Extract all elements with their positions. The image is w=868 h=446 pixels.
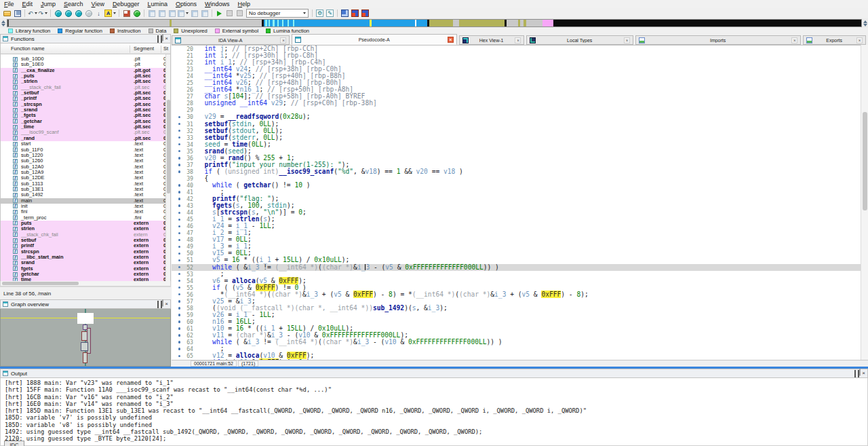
tab-close-icon[interactable]: × (624, 37, 630, 43)
breakpoint-button-2[interactable] (361, 9, 370, 18)
breakpoint-button-1[interactable] (351, 9, 359, 18)
pseudocode-line-63[interactable]: 63 while ( &i_3 != (__int64 *)((char *)&… (172, 339, 861, 346)
output-panel-title-bar[interactable]: Output × (0, 369, 868, 378)
close-button[interactable]: × (165, 36, 168, 41)
tab-close-icon[interactable]: × (280, 37, 286, 43)
close-button[interactable]: × (862, 371, 865, 376)
debugger-tool-6[interactable] (200, 9, 209, 18)
tab-imports[interactable]: Imports× (635, 35, 801, 45)
pseudocode-line-40[interactable]: 40 while ( getchar() != 10 ) (172, 182, 861, 189)
navband-segment (507, 20, 518, 27)
pseudocode-line-52[interactable]: 52 while ( &i_3 != (__int64 *)((char *)&… (172, 264, 861, 271)
debugger-selector-value: No debugger (249, 10, 280, 16)
pseudocode-line-47[interactable]: 47 i_2 = i_1; (172, 229, 861, 236)
pseudocode-line-46[interactable]: 46 v24 = i_1 - 1LL; (172, 223, 861, 229)
navband-track[interactable] (7, 19, 862, 27)
menu-file[interactable]: File (0, 0, 18, 8)
tab-exports[interactable]: Exports× (803, 35, 866, 45)
nav-button-4[interactable] (84, 9, 93, 18)
lumina-button[interactable] (132, 9, 141, 18)
debugger-tool-4[interactable] (178, 9, 189, 18)
functions-list[interactable]: sub_10D0.plt0sub_10E0.plt0__cxa_finalize… (0, 54, 171, 281)
pseudocode-line-38[interactable]: 38 if ( (unsigned int)__isoc99_scanf("%d… (172, 168, 861, 175)
attach-button[interactable]: ⚙ (315, 9, 324, 18)
float-button[interactable] (161, 301, 163, 308)
float-button[interactable] (161, 36, 163, 42)
menu-debugger[interactable]: Debugger (108, 0, 144, 8)
tab-close-icon[interactable]: × (856, 37, 863, 43)
column-start[interactable]: St (163, 45, 168, 52)
open-file-button[interactable] (3, 9, 12, 18)
functions-title-bar[interactable]: Functions × (0, 34, 171, 43)
tab-close-icon[interactable]: × (515, 37, 521, 43)
tab-close-icon[interactable]: × (791, 37, 797, 43)
pseudocode-view[interactable]: 20 int j; // [rsp+2Ch] [rbp-CCh]21 int i… (172, 45, 861, 360)
maximize-button[interactable] (854, 371, 856, 377)
pseudocode-line-33[interactable]: 33 setbuf(stderr, 0LL); (172, 134, 861, 141)
menu-edit[interactable]: Edit (18, 0, 37, 8)
pseudocode-scrollbar[interactable] (861, 45, 868, 360)
legend-color-swatch (149, 29, 153, 33)
navband-right-arrows[interactable] (863, 19, 868, 27)
close-button[interactable]: × (165, 301, 168, 307)
menu-help[interactable]: Help (234, 0, 255, 8)
pseudocode-line-34[interactable]: 34 seed = time(0LL); (172, 141, 861, 148)
pseudocode-line-48[interactable]: 48 v17 = 0LL; (172, 236, 861, 243)
line-number: 28 (180, 100, 193, 107)
scrollbar-thumb[interactable] (167, 100, 170, 193)
debugger-tool-1[interactable] (147, 9, 156, 18)
debugger-icon (169, 10, 176, 17)
pause-process-button[interactable] (225, 9, 234, 18)
functions-horizontal-scrollbar[interactable] (0, 281, 171, 286)
navigation-band[interactable] (0, 18, 868, 28)
jump-forward-button[interactable]: ↷ (39, 9, 48, 18)
tab-pseudocode-a[interactable]: Pseudocode-A× (292, 34, 456, 45)
chart-button[interactable] (122, 9, 131, 18)
pseudocode-line-59[interactable]: 59 v26 = i_1 - 1LL; (172, 312, 861, 318)
debugger-tool-2[interactable] (157, 9, 166, 18)
functions-vertical-scrollbar[interactable] (165, 54, 170, 281)
save-button[interactable] (13, 9, 22, 18)
menu-windows[interactable]: Windows (201, 0, 234, 8)
navband-left-arrows[interactable] (1, 19, 6, 27)
menu-view[interactable]: View (87, 0, 108, 8)
idc-button[interactable]: IDC (4, 441, 24, 446)
options-tool-button[interactable]: ✎ (326, 9, 334, 18)
pseudocode-line-28[interactable]: 28 unsigned __int64 v29; // [rsp+C0h] [r… (172, 100, 861, 107)
tab-local-types[interactable]: Local Types× (526, 35, 633, 45)
debugger-tool-5[interactable] (190, 9, 199, 18)
debugger-selector[interactable]: No debugger (246, 9, 309, 18)
pseudocode-line-49[interactable]: 49 i_3 = i_1; (172, 243, 861, 250)
menu-search[interactable]: Search (60, 0, 87, 8)
scrollbar-thumb[interactable] (863, 112, 867, 210)
graph-overview-title-bar[interactable]: Graph overview × (0, 299, 171, 309)
menu-lumina[interactable]: Lumina (143, 0, 172, 8)
scrollbar-thumb[interactable] (2, 282, 79, 285)
jump-name-button[interactable]: A (104, 9, 116, 18)
pseudocode-line-56[interactable]: 56 *(__int64 *)((char *)&i_3 + (v5 & 0xF… (172, 291, 861, 298)
menu-options[interactable]: Options (172, 0, 201, 8)
jump-back-button[interactable]: ↶ (28, 9, 37, 18)
jump-address-button[interactable]: ↓ (94, 9, 103, 18)
maximize-button[interactable] (157, 36, 159, 42)
tab-ida-view-a[interactable]: IDA View-A× (172, 35, 290, 45)
hex-tab-icon (462, 37, 469, 43)
snapshot-button[interactable] (340, 9, 349, 18)
tab-hex-view-1[interactable]: Hex View-1× (459, 35, 525, 45)
debugger-tool-3[interactable] (167, 9, 176, 18)
tab-close-icon[interactable]: × (448, 37, 454, 43)
float-button[interactable] (858, 371, 860, 377)
graph-overview-viewport[interactable] (77, 313, 94, 324)
menu-jump[interactable]: Jump (37, 0, 60, 8)
nav-button-3[interactable] (74, 9, 83, 18)
nav-button-2[interactable] (64, 9, 73, 18)
start-process-button[interactable] (215, 9, 224, 18)
nav-button-1[interactable] (54, 9, 62, 18)
graph-overview-canvas[interactable] (0, 309, 171, 367)
stop-process-button[interactable] (235, 9, 244, 18)
maximize-button[interactable] (157, 301, 159, 308)
column-segment[interactable]: Segment (134, 45, 154, 52)
functions-column-header[interactable]: Function name Segment St (0, 43, 171, 54)
column-function-name[interactable]: Function name (11, 45, 45, 52)
output-log[interactable]: [hrt] 1888 main: Var "v23" was renamed t… (0, 378, 868, 446)
